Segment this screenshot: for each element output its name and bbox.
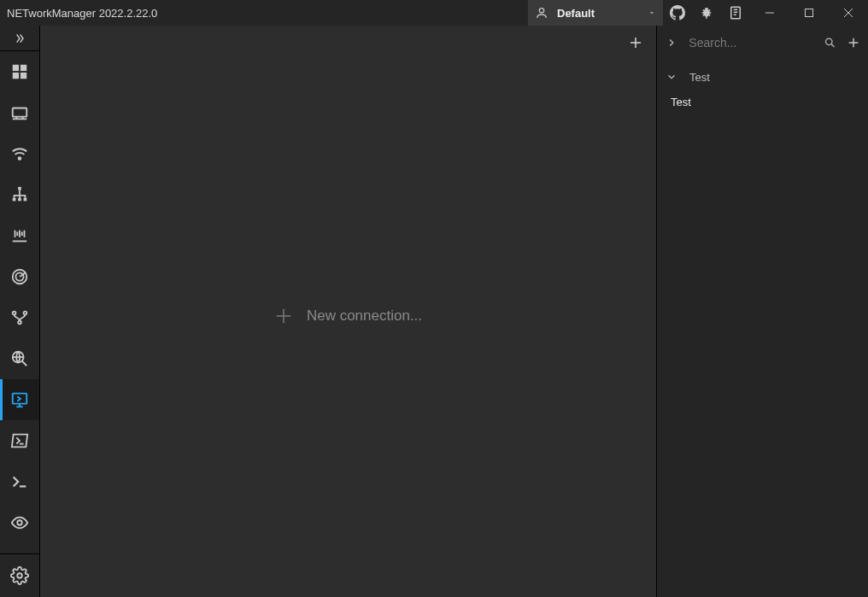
nav-dashboard[interactable]: [0, 51, 39, 92]
svg-rect-12: [21, 73, 26, 79]
github-icon[interactable]: [663, 0, 692, 26]
new-connection-button[interactable]: New connection...: [274, 307, 422, 325]
minimize-button[interactable]: [750, 0, 789, 26]
svg-rect-9: [13, 65, 19, 71]
svg-rect-10: [21, 65, 26, 71]
svg-point-42: [17, 573, 22, 578]
nav-ping-monitor[interactable]: [0, 256, 39, 297]
network-interface-icon: [10, 103, 29, 122]
svg-point-17: [19, 157, 21, 160]
ip-scanner-icon: [10, 185, 29, 204]
chevron-down-icon: [666, 71, 677, 83]
nav-expand-button[interactable]: [0, 26, 39, 51]
svg-rect-11: [13, 73, 19, 79]
nav-ip-scanner[interactable]: [0, 174, 39, 215]
svg-rect-19: [13, 198, 16, 202]
svg-rect-21: [24, 198, 27, 202]
svg-rect-6: [806, 9, 813, 17]
profiles-search-input[interactable]: [685, 32, 839, 53]
dashboard-icon: [10, 62, 29, 81]
powershell-icon: [10, 431, 29, 450]
nav-network-interface[interactable]: [0, 92, 39, 133]
svg-point-33: [18, 321, 21, 325]
svg-line-35: [22, 361, 27, 366]
profile-item[interactable]: Test: [657, 91, 868, 113]
user-icon: [535, 6, 548, 20]
route-icon: [10, 308, 29, 327]
docs-icon[interactable]: [721, 0, 750, 26]
new-connection-label: New connection...: [307, 307, 422, 325]
gear-icon: [10, 566, 29, 585]
nav-powershell[interactable]: [0, 420, 39, 461]
profile-dropdown[interactable]: Default: [528, 0, 663, 26]
profile-group[interactable]: Test: [657, 63, 868, 91]
svg-point-31: [13, 312, 16, 315]
panel-collapse-button[interactable]: [662, 26, 680, 60]
bug-icon[interactable]: [692, 0, 721, 26]
nav-settings[interactable]: [0, 554, 39, 597]
svg-point-47: [825, 38, 832, 45]
svg-rect-13: [13, 108, 27, 117]
profile-group-label: Test: [689, 71, 710, 84]
nav-port-scanner[interactable]: [0, 215, 39, 256]
search-icon: [824, 37, 836, 50]
chevron-down-icon: [648, 9, 656, 17]
eye-icon: [10, 513, 29, 532]
svg-rect-18: [18, 187, 21, 190]
new-tab-button[interactable]: [624, 26, 648, 60]
profile-item-label: Test: [671, 96, 691, 108]
port-scanner-icon: [10, 226, 29, 245]
wifi-icon: [10, 144, 29, 163]
app-title: NETworkManager 2022.2.22.0: [0, 7, 157, 20]
radar-icon: [10, 267, 29, 286]
svg-line-48: [831, 44, 834, 47]
svg-rect-20: [18, 198, 21, 202]
close-button[interactable]: [829, 0, 868, 26]
remote-desktop-icon: [10, 390, 29, 409]
svg-point-0: [539, 9, 543, 13]
nav-dns-lookup[interactable]: [0, 338, 39, 379]
terminal-icon: [10, 472, 29, 491]
globe-search-icon: [10, 349, 29, 368]
add-profile-button[interactable]: [845, 26, 863, 60]
nav-remote-desktop[interactable]: [0, 379, 39, 420]
nav-traceroute[interactable]: [0, 297, 39, 338]
maximize-button[interactable]: [789, 0, 829, 26]
plus-icon: [274, 307, 293, 325]
svg-point-41: [17, 520, 22, 525]
svg-point-32: [24, 312, 27, 315]
nav-wifi[interactable]: [0, 133, 39, 174]
profile-dropdown-label: Default: [557, 7, 648, 20]
nav-tightvnc[interactable]: [0, 502, 39, 543]
nav-putty[interactable]: [0, 461, 39, 502]
